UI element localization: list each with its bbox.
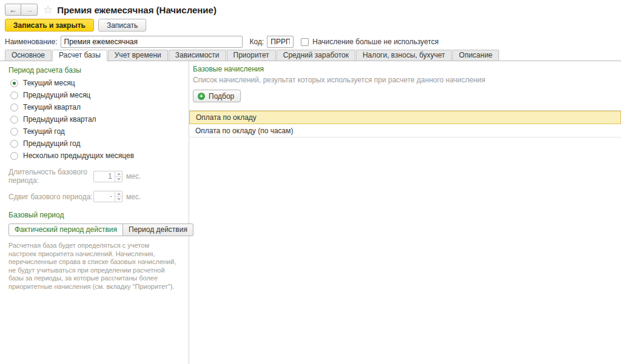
radio-current-year[interactable]: Текущий год (8, 125, 180, 137)
spinner-down-icon (115, 177, 122, 182)
radio-circle-icon (10, 140, 18, 148)
spinner-icon (115, 191, 122, 202)
command-bar: Записать и закрыть Записать (5, 19, 146, 31)
favorite-star-icon[interactable]: ☆ (43, 4, 53, 15)
save-and-close-button[interactable]: Записать и закрыть (5, 19, 94, 31)
name-label: Наименование: (5, 38, 58, 46)
radio-label: Текущий месяц (23, 79, 75, 87)
page-title: Премия ежемесячная (Начисление) (57, 5, 217, 15)
title-bar: ← → ☆ Премия ежемесячная (Начисление) (5, 4, 217, 16)
radio-label: Предыдущий квартал (23, 115, 96, 124)
spinner-up-icon (115, 171, 122, 177)
radio-label: Несколько предыдущих месяцев (23, 151, 134, 160)
radio-several-previous-months[interactable]: Несколько предыдущих месяцев (8, 150, 180, 162)
radio-previous-year[interactable]: Предыдущий год (8, 137, 180, 150)
base-accruals-panel: Базовые начисления Список начислений, ре… (189, 61, 621, 364)
radio-circle-icon (10, 128, 18, 136)
code-label: Код: (250, 38, 264, 46)
tab-taxes-accounting[interactable]: Налоги, взносы, бухучет (356, 50, 452, 61)
radio-previous-month[interactable]: Предыдущий месяц (8, 89, 180, 101)
not-used-checkbox[interactable] (301, 38, 309, 46)
form-window: ← → ☆ Премия ежемесячная (Начисление) За… (0, 0, 621, 364)
tab-priority[interactable]: Приоритет (227, 50, 276, 61)
tab-calc-base[interactable]: Расчет базы (52, 50, 107, 61)
radio-circle-icon (10, 152, 18, 160)
spinner-down-icon (115, 197, 122, 202)
nav-button-group: ← → (5, 4, 38, 16)
list-item[interactable]: Оплата по окладу (189, 111, 621, 124)
duration-value: 1 (94, 171, 115, 182)
period-section-header: Период расчета базы (8, 66, 180, 74)
duration-row: Длительность базового периода: 1 мес. (8, 168, 180, 185)
shift-stepper: - (93, 191, 123, 202)
name-code-row: Наименование: Код: Начисление больше не … (5, 36, 438, 48)
radio-label: Текущий год (23, 127, 65, 136)
base-accruals-subtitle: Список начислений, результат которых исп… (193, 76, 621, 84)
spinner-icon (115, 171, 122, 182)
save-button[interactable]: Записать (98, 19, 146, 31)
tab-average-earnings[interactable]: Средний заработок (277, 50, 355, 61)
duration-stepper: 1 (93, 171, 123, 182)
priority-note-text: Расчетная база будет определяться с учет… (8, 242, 180, 291)
radio-circle-icon (10, 91, 18, 99)
plus-icon: + (198, 93, 205, 100)
radio-current-quarter[interactable]: Текущий квартал (8, 101, 180, 113)
list-item[interactable]: Оплата по окладу (по часам) (189, 124, 621, 137)
radio-current-month[interactable]: Текущий месяц (8, 77, 180, 89)
tab-description[interactable]: Описание (452, 50, 499, 61)
shift-row: Сдвиг базового периода: - мес. (8, 191, 180, 202)
base-calc-settings-panel: Период расчета базы Текущий месяцПредыду… (0, 61, 189, 364)
tab-strip: ОсновноеРасчет базыУчет времениЗависимос… (0, 50, 621, 61)
tab-content: Период расчета базы Текущий месяцПредыду… (0, 61, 621, 364)
period-radio-group: Текущий месяцПредыдущий месяцТекущий ква… (8, 77, 180, 162)
radio-label: Предыдущий год (23, 139, 80, 148)
base-period-section-header: Базовый период (8, 211, 180, 219)
tab-dependencies[interactable]: Зависимости (169, 50, 226, 61)
shift-value: - (94, 191, 115, 202)
base-period-toggle: Фактический период действияПериод действ… (8, 223, 193, 236)
radio-circle-icon (10, 79, 18, 87)
base-accruals-list: Оплата по окладуОплата по окладу (по час… (189, 110, 621, 137)
spinner-up-icon (115, 191, 122, 197)
radio-label: Текущий квартал (23, 103, 81, 111)
back-icon[interactable]: ← (5, 4, 21, 16)
duration-label: Длительность базового периода: (8, 168, 93, 185)
code-input[interactable] (267, 36, 294, 48)
shift-label: Сдвиг базового периода: (8, 193, 93, 201)
tab-main[interactable]: Основное (5, 50, 52, 61)
radio-circle-icon (10, 116, 18, 124)
forward-icon[interactable]: → (21, 4, 38, 16)
duration-unit: мес. (126, 172, 141, 180)
toggle-actual-validity-period[interactable]: Фактический период действия (8, 223, 123, 236)
not-used-label: Начисление больше не используется (312, 38, 438, 46)
radio-label: Предыдущий месяц (23, 91, 90, 99)
pick-button-label: Подбор (209, 92, 234, 101)
tab-time-tracking[interactable]: Учет времени (108, 50, 168, 61)
shift-unit: мес. (126, 193, 141, 201)
name-input[interactable] (61, 36, 243, 48)
pick-button[interactable]: + Подбор (193, 90, 241, 102)
radio-previous-quarter[interactable]: Предыдущий квартал (8, 113, 180, 125)
toggle-validity-period[interactable]: Период действия (123, 223, 193, 236)
base-accruals-header: Базовые начисления (193, 65, 621, 73)
radio-circle-icon (10, 104, 18, 111)
